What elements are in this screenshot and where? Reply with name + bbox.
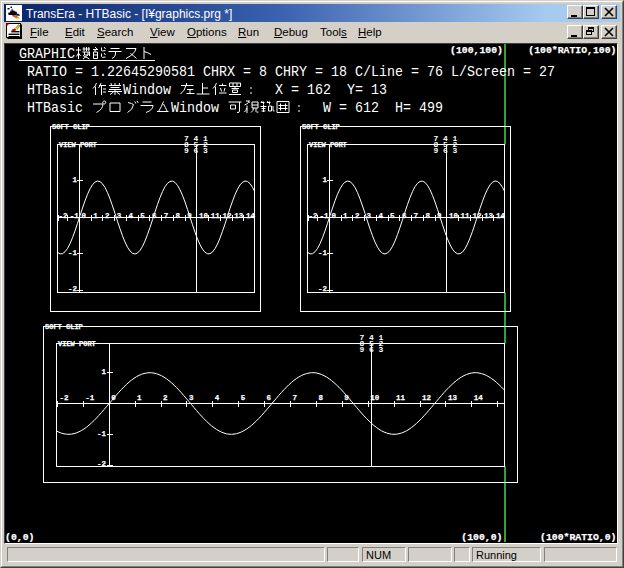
svg-text:HTBasic: HTBasic xyxy=(27,82,91,99)
svg-text:-1: -1 xyxy=(320,212,329,220)
svg-text:10: 10 xyxy=(370,394,379,402)
svg-text:10: 10 xyxy=(199,212,208,220)
svg-text:-2: -2 xyxy=(97,460,106,468)
svg-text:2: 2 xyxy=(105,212,110,220)
svg-text:1: 1 xyxy=(102,368,107,376)
svg-text:-2: -2 xyxy=(309,212,318,220)
svg-text:Window: Window xyxy=(171,100,227,117)
svg-text:4: 4 xyxy=(215,394,220,402)
svg-text:7: 7 xyxy=(414,212,419,220)
svg-text:8: 8 xyxy=(175,212,180,220)
svg-text:0: 0 xyxy=(81,212,86,220)
svg-text:(0,0): (0,0) xyxy=(5,532,34,542)
svg-text:1: 1 xyxy=(137,394,142,402)
svg-text:0: 0 xyxy=(331,212,336,220)
svg-text:HTBasic: HTBasic xyxy=(27,100,91,117)
svg-text:4: 4 xyxy=(378,212,383,220)
svg-text:3: 3 xyxy=(203,146,208,155)
svg-text:13: 13 xyxy=(484,212,493,220)
svg-text:(100*RATIO,0): (100*RATIO,0) xyxy=(540,532,616,542)
svg-text:10: 10 xyxy=(449,212,458,220)
svg-text:Window: Window xyxy=(123,82,179,99)
svg-text:3: 3 xyxy=(367,212,372,220)
svg-text:5: 5 xyxy=(390,212,395,220)
svg-text:5: 5 xyxy=(241,394,246,402)
svg-text:4: 4 xyxy=(128,212,133,220)
svg-text:11: 11 xyxy=(211,212,220,220)
svg-text:7: 7 xyxy=(293,394,298,402)
svg-text:SOFT CLIP: SOFT CLIP xyxy=(52,123,90,131)
svg-text:(100,100): (100,100) xyxy=(450,45,503,56)
svg-text:5: 5 xyxy=(140,212,145,220)
svg-text:-1: -1 xyxy=(85,394,94,402)
svg-text:9: 9 xyxy=(184,146,189,155)
svg-text:VIEW PORT: VIEW PORT xyxy=(59,141,97,149)
svg-text:6: 6 xyxy=(267,394,272,402)
svg-text:9: 9 xyxy=(360,345,365,354)
svg-text:3: 3 xyxy=(189,394,194,402)
svg-text:SOFT CLIP: SOFT CLIP xyxy=(302,123,340,131)
svg-text:(100*RATIO,100): (100*RATIO,100) xyxy=(528,45,616,56)
svg-text:SOFT CLIP: SOFT CLIP xyxy=(45,323,83,331)
svg-text:14: 14 xyxy=(496,212,505,220)
svg-text:3: 3 xyxy=(379,345,384,354)
svg-text:-2: -2 xyxy=(59,394,68,402)
svg-text:8: 8 xyxy=(425,212,430,220)
svg-text:6: 6 xyxy=(443,146,448,155)
svg-text:11: 11 xyxy=(461,212,470,220)
svg-text:13: 13 xyxy=(448,394,457,402)
svg-text:13: 13 xyxy=(234,212,243,220)
svg-text:VIEW PORT: VIEW PORT xyxy=(58,340,96,348)
svg-text:VIEW PORT: VIEW PORT xyxy=(309,141,347,149)
svg-text:(100,0): (100,0) xyxy=(461,532,502,542)
svg-text:9: 9 xyxy=(434,146,439,155)
svg-text:3: 3 xyxy=(117,212,122,220)
svg-text:8: 8 xyxy=(318,394,323,402)
svg-text:3: 3 xyxy=(453,146,458,155)
svg-text:14: 14 xyxy=(246,212,255,220)
svg-text:RATIO = 1.22645290581 CHRX = 8: RATIO = 1.22645290581 CHRX = 8 CHRY = 18… xyxy=(27,64,555,81)
svg-text:1: 1 xyxy=(73,176,78,184)
svg-text:W = 612 H= 499: W = 612 H= 499 xyxy=(307,100,443,117)
svg-text:14: 14 xyxy=(474,394,483,402)
svg-text:-1: -1 xyxy=(97,430,106,438)
svg-text:-1: -1 xyxy=(68,249,77,257)
svg-text:2: 2 xyxy=(355,212,360,220)
svg-text:1: 1 xyxy=(323,176,328,184)
svg-text:-1: -1 xyxy=(318,249,327,257)
svg-text:2: 2 xyxy=(163,394,168,402)
svg-text:X = 162 Y= 13: X = 162 Y= 13 xyxy=(259,82,387,99)
svg-text:12: 12 xyxy=(422,394,431,402)
svg-text:11: 11 xyxy=(396,394,405,402)
svg-text:-2: -2 xyxy=(68,285,77,293)
svg-text:-1: -1 xyxy=(70,212,79,220)
svg-text:-2: -2 xyxy=(59,212,68,220)
svg-text:1: 1 xyxy=(93,212,98,220)
svg-text:7: 7 xyxy=(164,212,169,220)
svg-text:1: 1 xyxy=(343,212,348,220)
svg-text:-2: -2 xyxy=(318,285,327,293)
